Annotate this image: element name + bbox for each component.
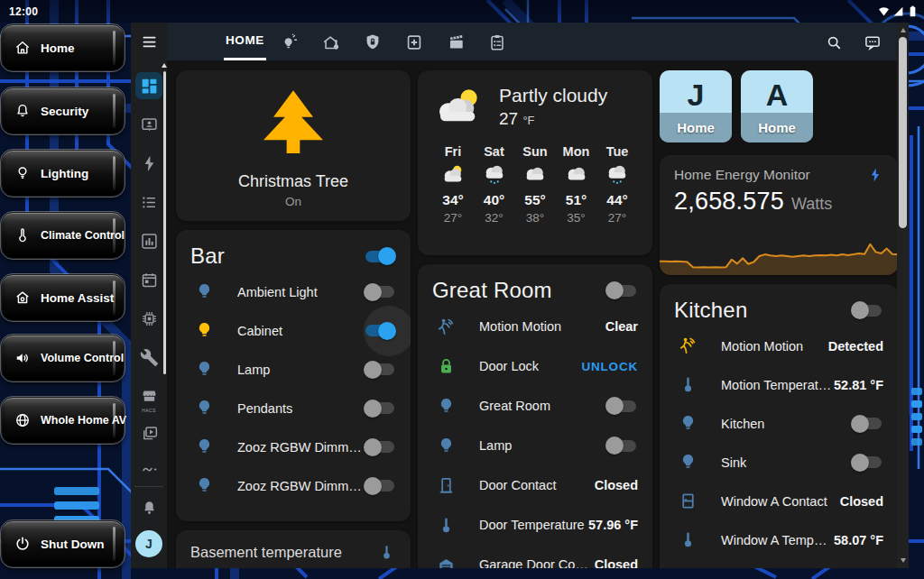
kitchen-card: Kitchen Motion Motion Detected Motion Te… bbox=[660, 284, 897, 568]
sidebar-notifications[interactable] bbox=[131, 492, 167, 523]
entity-row-door-lock[interactable]: Door Lock UNLOCK bbox=[418, 346, 652, 386]
clipboard-list-icon bbox=[487, 32, 507, 52]
entity-toggle[interactable] bbox=[364, 361, 396, 379]
tab-home[interactable]: HOME bbox=[224, 23, 266, 60]
weather-condition: Partly cloudy bbox=[499, 85, 607, 106]
forecast-high: 44° bbox=[606, 192, 627, 208]
entity-toggle[interactable] bbox=[364, 322, 396, 340]
entity-row-cabinet[interactable]: Cabinet bbox=[176, 311, 411, 350]
tab-security[interactable] bbox=[361, 31, 384, 54]
power-icon bbox=[14, 535, 32, 553]
scrollbar-thumb[interactable] bbox=[899, 37, 907, 228]
bar-master-toggle[interactable] bbox=[364, 247, 396, 265]
entity-toggle[interactable] bbox=[851, 415, 883, 433]
partly-cloudy-icon bbox=[432, 87, 488, 128]
sidebar-item-logbook[interactable] bbox=[131, 187, 167, 217]
unlock-button[interactable]: UNLOCK bbox=[581, 360, 638, 373]
scrollbar-down-arrow[interactable] bbox=[901, 558, 906, 563]
tab-tasks[interactable] bbox=[485, 31, 509, 54]
launcher-button-home-assist[interactable]: Home Assist bbox=[1, 274, 125, 321]
app-scrollbar[interactable] bbox=[897, 23, 909, 568]
tab-media[interactable] bbox=[445, 31, 468, 54]
sidebar-item-dashboard[interactable] bbox=[131, 70, 167, 101]
entity-row-motion[interactable]: Motion Motion Detected bbox=[660, 326, 897, 365]
entity-row-zooz-w[interactable]: Zooz RGBW Dimmer-w… bbox=[176, 466, 411, 505]
user-avatar[interactable]: J bbox=[135, 530, 162, 557]
great-room-master-toggle[interactable] bbox=[605, 281, 638, 299]
sidebar-item-history[interactable] bbox=[131, 225, 167, 256]
wifi-icon bbox=[878, 5, 890, 17]
sidebar-item-energy[interactable] bbox=[131, 148, 167, 179]
lightbulb-icon bbox=[436, 396, 457, 417]
sidebar-item-media[interactable] bbox=[131, 418, 167, 448]
entity-toggle[interactable] bbox=[851, 454, 883, 472]
entity-toggle[interactable] bbox=[364, 283, 396, 301]
sidebar-menu-button[interactable] bbox=[131, 26, 167, 57]
tab-climate[interactable] bbox=[319, 31, 343, 54]
chip-icon bbox=[140, 309, 159, 328]
calendar-icon bbox=[140, 271, 159, 290]
entity-toggle[interactable] bbox=[364, 400, 396, 418]
entity-row-lamp[interactable]: Lamp bbox=[176, 350, 411, 389]
sidebar-item-map[interactable] bbox=[131, 109, 167, 140]
entity-row-sink-light[interactable]: Sink bbox=[660, 443, 897, 482]
list-icon bbox=[140, 193, 159, 212]
launcher-button-whole-home-av[interactable]: Whole Home AV bbox=[1, 397, 125, 444]
entity-row-motion-temperature[interactable]: Motion Temperature 52.81 °F bbox=[660, 365, 897, 404]
entity-toggle[interactable] bbox=[605, 437, 638, 455]
entity-row-zooz-c[interactable]: Zooz RGBW Dimmer-c… bbox=[176, 427, 411, 466]
entity-row-door-temperature[interactable]: Door Temperature 57.96 °F bbox=[418, 505, 652, 545]
entity-row-motion[interactable]: Motion Motion Clear bbox=[418, 307, 652, 346]
launcher-button-home[interactable]: Home bbox=[1, 24, 125, 71]
tab-medical[interactable] bbox=[402, 31, 426, 54]
entity-row-garage-door-contact[interactable]: Garage Door Contact Closed bbox=[418, 545, 652, 568]
entity-label: Window A Temperatu… bbox=[721, 533, 834, 547]
entity-row-window-contact[interactable]: Window A Contact Closed bbox=[660, 482, 897, 520]
card-title: Kitchen bbox=[674, 298, 851, 323]
sidebar-item-calendar[interactable] bbox=[131, 264, 167, 295]
launcher-button-volume[interactable]: Volume Control bbox=[1, 335, 125, 381]
entity-row-kitchen-light[interactable]: Kitchen bbox=[660, 404, 897, 443]
search-icon bbox=[825, 33, 843, 51]
entity-row-lamp[interactable]: Lamp bbox=[418, 426, 652, 465]
lightbulb-icon bbox=[678, 452, 698, 473]
sidebar-item-tools[interactable] bbox=[131, 342, 167, 372]
christmas-tree-card[interactable]: Christmas Tree On bbox=[176, 70, 411, 221]
search-button[interactable] bbox=[823, 32, 845, 53]
basement-temperature-card[interactable]: Basement temperature 64.5 bbox=[176, 530, 411, 568]
entity-row-great-room-light[interactable]: Great Room bbox=[418, 386, 652, 426]
badge-initial: J bbox=[660, 78, 732, 113]
launcher-button-climate[interactable]: Climate Control bbox=[1, 212, 125, 259]
entity-row-window-temperature[interactable]: Window A Temperatu… 58.07 °F bbox=[660, 520, 897, 559]
sidebar-item-hacs[interactable] bbox=[131, 381, 167, 411]
launcher-button-security[interactable]: Security bbox=[1, 87, 125, 134]
rail-scrollbar[interactable] bbox=[163, 71, 166, 374]
entity-label: Sink bbox=[721, 455, 851, 470]
forecast-high: 51° bbox=[566, 192, 587, 208]
entity-label: Motion Temperature bbox=[721, 378, 834, 392]
sidebar-item-esphome[interactable] bbox=[131, 303, 167, 334]
person-badge-j[interactable]: J Home bbox=[660, 70, 732, 142]
entity-toggle[interactable] bbox=[605, 397, 638, 415]
energy-monitor-card[interactable]: Home Energy Monitor 2,658.575 Watts bbox=[660, 155, 897, 275]
entity-row-door-contact[interactable]: Door Contact Closed bbox=[418, 465, 652, 505]
tab-lighting[interactable] bbox=[278, 31, 301, 54]
person-badge-a[interactable]: A Home bbox=[741, 70, 813, 142]
sidebar-item-more[interactable] bbox=[131, 453, 167, 483]
weather-card[interactable]: Partly cloudy 27 °F Fri 34° 27° Sat 40° bbox=[418, 70, 652, 255]
forecast-low: 32° bbox=[485, 211, 503, 225]
entity-toggle[interactable] bbox=[364, 438, 396, 456]
scrollbar-up-arrow[interactable] bbox=[901, 28, 906, 32]
assist-button[interactable] bbox=[862, 32, 883, 53]
entity-row-ambient-light[interactable]: Ambient Light bbox=[176, 272, 411, 311]
card-title: Basement temperature bbox=[190, 544, 377, 561]
window-icon bbox=[678, 491, 698, 511]
launcher-button-lighting[interactable]: Lighting bbox=[1, 150, 125, 197]
person-badge-icon bbox=[140, 115, 159, 134]
motion-sensor-icon bbox=[678, 335, 698, 356]
entity-label: Zooz RGBW Dimmer-c… bbox=[237, 440, 364, 455]
entity-row-pendants[interactable]: Pendants bbox=[176, 389, 411, 427]
entity-toggle[interactable] bbox=[364, 477, 396, 495]
kitchen-master-toggle[interactable] bbox=[851, 301, 883, 319]
launcher-button-shutdown[interactable]: Shut Down bbox=[1, 520, 125, 567]
